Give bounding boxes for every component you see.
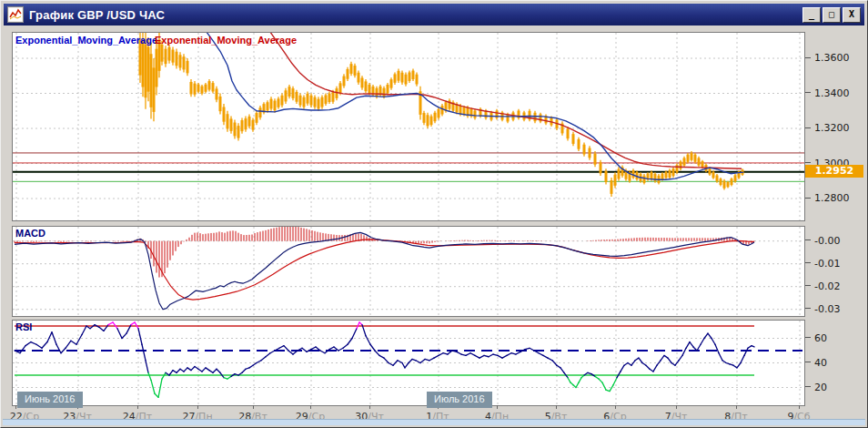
ema-fast-label: Exponential_Moving_Average (15, 35, 157, 46)
axis-tick-mark (805, 262, 811, 263)
maximize-button[interactable]: □ (823, 7, 841, 23)
price-chart-panel[interactable] (12, 32, 805, 221)
chart-window: График GBP /USD ЧАС _ □ X Exponential_Mo… (0, 0, 868, 428)
axis-tick-mark (805, 337, 811, 338)
date-tick-mark (736, 405, 737, 409)
date-tick-mark (310, 405, 311, 409)
axis-tick-label: 20 (814, 382, 827, 393)
axis-tick-label: 1.3400 (814, 87, 850, 99)
axis-tick-label: -0.00 (814, 235, 840, 247)
title-bar[interactable]: График GBP /USD ЧАС _ □ X (4, 4, 864, 25)
date-tick-mark (15, 405, 16, 409)
axis-tick-mark (805, 198, 811, 199)
macd-indicator-label: MACD (15, 228, 45, 239)
date-tick-mark (556, 405, 557, 409)
axis-tick-mark (805, 92, 811, 93)
axis-tick-mark (805, 162, 811, 163)
axis-tick-label: 1.2800 (814, 192, 850, 204)
window-title: График GBP /USD ЧАС (29, 8, 165, 22)
date-tick-mark (676, 405, 677, 409)
minimize-button[interactable]: _ (802, 7, 821, 23)
axis-tick-label: 1.3600 (814, 52, 850, 64)
rsi-panel[interactable] (12, 320, 805, 406)
rsi-indicator-label: RSI (15, 321, 32, 332)
close-button[interactable]: X (843, 7, 861, 23)
rsi-canvas[interactable] (13, 321, 804, 405)
macd-panel[interactable] (12, 226, 805, 317)
axis-tick-mark (805, 386, 811, 387)
axis-tick-label: -0.01 (814, 258, 840, 270)
axis-tick-label: -0.03 (814, 303, 840, 315)
axis-tick-label: 40 (814, 357, 827, 369)
price-axis: 1.36001.34001.32001.30001.2800 (805, 32, 867, 219)
axis-tick-label: 60 (814, 332, 827, 344)
chart-window-icon (7, 6, 24, 23)
axis-tick-mark (805, 362, 811, 362)
axis-tick-mark (805, 308, 811, 309)
month-badge: Июль 2016 (427, 392, 492, 408)
window-bottom-border (3, 419, 865, 425)
axis-tick-label: 1.3200 (814, 122, 850, 134)
date-tick-mark (615, 405, 616, 409)
date-tick-mark (497, 405, 498, 409)
price-chart-canvas[interactable] (13, 33, 804, 220)
rsi-axis: 604020 (805, 320, 867, 404)
date-tick-mark (253, 405, 254, 409)
date-tick-mark (369, 405, 370, 409)
date-tick-mark (137, 405, 138, 409)
ema-slow-label: Exponential_Moving_Average (155, 35, 297, 46)
macd-axis: -0.00-0.01-0.02-0.03 (805, 226, 867, 315)
axis-tick-label: -0.02 (814, 280, 840, 292)
axis-tick-mark (805, 285, 811, 286)
date-tick-mark (799, 405, 800, 409)
month-badge: Июнь 2016 (17, 392, 83, 408)
date-tick-mark (197, 405, 198, 409)
axis-tick-mark (805, 57, 811, 58)
axis-tick-mark (805, 127, 811, 128)
axis-tick-mark (805, 239, 811, 240)
current-price-badge: 1.2952 (805, 165, 863, 178)
macd-canvas[interactable] (13, 227, 804, 316)
